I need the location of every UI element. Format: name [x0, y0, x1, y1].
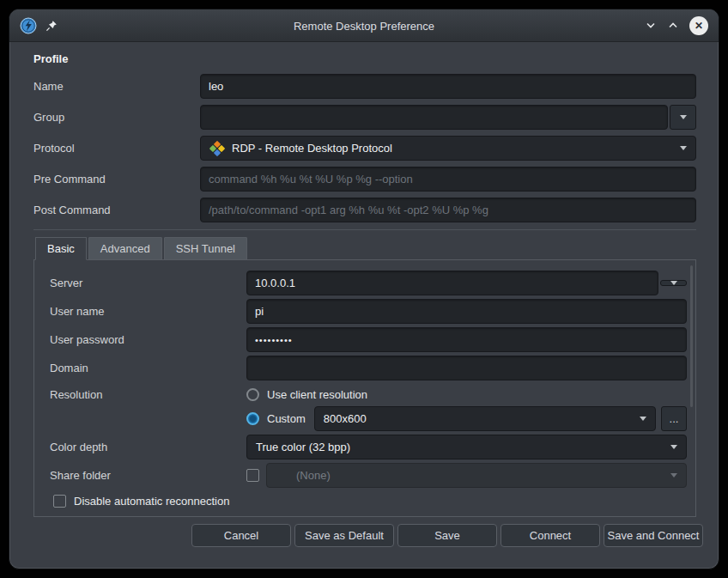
tab-basic[interactable]: Basic [35, 237, 87, 260]
resolution-custom-row: Custom 800x600 ... [50, 406, 687, 431]
pre-command-input[interactable] [200, 167, 696, 192]
chevron-down-icon [680, 115, 687, 119]
server-label: Server [50, 277, 246, 289]
share-folder-value: (None) [276, 469, 331, 482]
custom-resolution-radio[interactable] [246, 412, 259, 425]
group-label: Group [33, 111, 200, 124]
titlebar: Remote Desktop Preference ✕ [9, 9, 719, 42]
shade-down-icon[interactable] [645, 21, 657, 29]
disable-reconnect-row: Disable automatic reconnection [53, 495, 687, 508]
group-dropdown-button[interactable] [670, 105, 696, 130]
resolution-more-button[interactable]: ... [661, 406, 687, 431]
post-command-label: Post Command [33, 204, 200, 216]
custom-resolution-label: Custom [267, 412, 306, 425]
server-dropdown-button[interactable] [660, 280, 687, 286]
chevron-down-icon [680, 146, 687, 150]
protocol-value: RDP - Remote Desktop Protocol [232, 142, 392, 155]
disable-reconnect-label: Disable automatic reconnection [74, 495, 229, 508]
basic-tab-panel: Server User name User password [33, 259, 696, 517]
use-client-resolution-radio[interactable] [246, 388, 259, 401]
server-row: Server [50, 271, 687, 295]
protocol-dropdown[interactable]: RDP - Remote Desktop Protocol [200, 136, 696, 161]
save-and-connect-button[interactable]: Save and Connect [604, 524, 703, 547]
protocol-label: Protocol [33, 142, 200, 155]
post-command-row: Post Command [33, 198, 696, 222]
share-folder-row: Share folder (None) [50, 463, 687, 488]
chevron-down-icon [640, 417, 646, 421]
resolution-client-row: Resolution Use client resolution [50, 384, 687, 405]
pre-command-label: Pre Command [33, 173, 200, 186]
tab-bar: Basic Advanced SSH Tunnel [33, 237, 696, 260]
username-input[interactable] [246, 299, 687, 324]
tab-advanced[interactable]: Advanced [88, 237, 162, 260]
custom-resolution-dropdown[interactable]: 800x600 [314, 406, 656, 431]
save-as-default-button[interactable]: Save as Default [294, 524, 394, 547]
domain-row: Domain [50, 356, 687, 380]
settings-notebook: Basic Advanced SSH Tunnel Server User na… [33, 229, 696, 517]
chevron-down-icon [670, 281, 677, 285]
name-row: Name [33, 74, 696, 99]
share-folder-dropdown: (None) [266, 463, 687, 488]
share-folder-label: Share folder [50, 469, 246, 482]
username-row: User name [50, 299, 687, 324]
tab-ssh-tunnel[interactable]: SSH Tunnel [164, 237, 247, 260]
chevron-down-icon [670, 473, 677, 478]
custom-resolution-value: 800x600 [324, 412, 367, 425]
disable-reconnect-checkbox[interactable] [53, 495, 66, 508]
remote-desktop-preference-window: Remote Desktop Preference ✕ Profile Name… [9, 9, 719, 569]
use-client-resolution-label: Use client resolution [267, 388, 367, 401]
name-input[interactable] [200, 74, 696, 99]
username-label: User name [50, 305, 246, 318]
save-button[interactable]: Save [397, 524, 497, 547]
domain-label: Domain [50, 362, 246, 374]
remmina-app-icon [20, 17, 37, 34]
dialog-action-bar: Cancel Save as Default Save Connect Save… [25, 524, 703, 547]
group-input[interactable] [200, 105, 668, 130]
color-depth-label: Color depth [50, 441, 246, 453]
color-depth-value: True color (32 bpp) [256, 441, 350, 453]
resolution-label: Resolution [50, 388, 246, 401]
password-row: User password [50, 327, 687, 352]
cancel-button[interactable]: Cancel [191, 524, 291, 547]
panel-scrollbar[interactable] [690, 265, 693, 407]
color-depth-row: Color depth True color (32 bpp) [50, 435, 687, 459]
server-input[interactable] [246, 271, 658, 295]
pre-command-row: Pre Command [33, 167, 696, 192]
window-title: Remote Desktop Preference [294, 19, 434, 32]
share-folder-checkbox[interactable] [246, 469, 259, 482]
password-input[interactable] [246, 327, 687, 352]
domain-input[interactable] [246, 356, 687, 380]
rdp-protocol-icon [209, 141, 224, 155]
password-label: User password [50, 333, 246, 346]
group-row: Group [33, 105, 696, 130]
color-depth-dropdown[interactable]: True color (32 bpp) [246, 435, 687, 459]
name-label: Name [33, 80, 200, 93]
shade-up-icon[interactable] [667, 21, 679, 29]
profile-section-heading: Profile [33, 52, 696, 65]
protocol-row: Protocol RDP - Remote Desktop Protocol [33, 136, 696, 161]
connect-button[interactable]: Connect [500, 524, 600, 547]
pin-icon[interactable] [46, 20, 58, 32]
post-command-input[interactable] [200, 198, 696, 222]
close-button[interactable]: ✕ [689, 16, 708, 35]
chevron-down-icon [670, 445, 677, 449]
